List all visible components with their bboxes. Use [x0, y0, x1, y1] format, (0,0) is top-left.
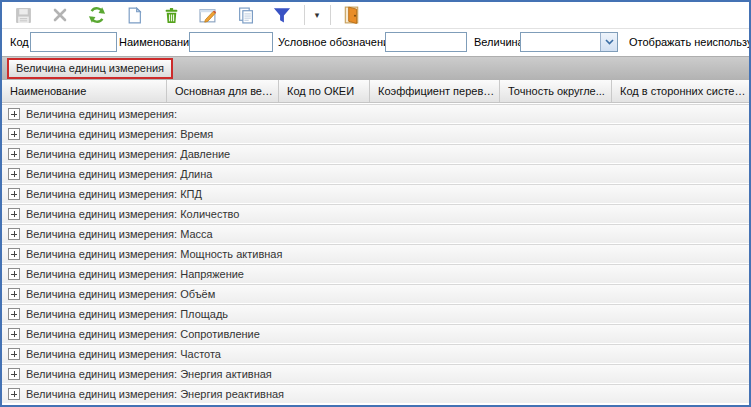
- filter-button[interactable]: [267, 3, 297, 27]
- combobox-dropdown-button[interactable]: [600, 33, 617, 51]
- column-header-0[interactable]: Наименование: [2, 80, 167, 102]
- chevron-down-icon: [605, 39, 614, 45]
- exit-door-icon: [343, 6, 360, 24]
- column-header-3[interactable]: Коэффициент перевод...: [370, 80, 500, 102]
- edit-button[interactable]: [193, 3, 223, 27]
- group-row-label: Величина единиц измерения: Напряжение: [26, 268, 244, 280]
- group-row[interactable]: Величина единиц измерения: Объём: [2, 284, 749, 303]
- show-unused-label: Отображать неиспользуемы: [629, 36, 751, 48]
- code-filter-input[interactable]: [30, 32, 117, 52]
- name-filter-input[interactable]: [189, 32, 273, 52]
- expand-plus-icon[interactable]: [8, 208, 20, 220]
- refresh-button[interactable]: [82, 3, 112, 27]
- tab-bar: Величина единиц измерения: [2, 56, 749, 80]
- group-row[interactable]: Величина единиц измерения: Энергия реакт…: [2, 384, 749, 403]
- expand-plus-icon[interactable]: [8, 168, 20, 180]
- group-row[interactable]: Величина единиц измерения: Время: [2, 124, 749, 143]
- refresh-icon: [88, 6, 106, 24]
- cancel-button[interactable]: [45, 3, 75, 27]
- group-row-label: Величина единиц измерения: Частота: [26, 348, 221, 360]
- filter-icon: [273, 7, 291, 24]
- reference-window: ▾ Код Наименование Условное обозначение …: [0, 0, 751, 407]
- copy-button[interactable]: [230, 3, 260, 27]
- filter-dropdown-arrow[interactable]: ▾: [310, 3, 324, 27]
- column-header-4[interactable]: Точность округле...: [500, 80, 612, 102]
- group-row-label: Величина единиц измерения:: [26, 108, 177, 120]
- group-row[interactable]: Величина единиц измерения: Давление: [2, 144, 749, 163]
- expand-plus-icon[interactable]: [8, 348, 20, 360]
- expand-plus-icon[interactable]: [8, 188, 20, 200]
- group-row-label: Величина единиц измерения: Площадь: [26, 308, 228, 320]
- group-row-label: Величина единиц измерения: Количество: [26, 208, 239, 220]
- grid-header-row: НаименованиеОсновная для величи...Код по…: [2, 80, 749, 103]
- group-row[interactable]: Величина единиц измерения:: [2, 104, 749, 123]
- group-row-label: Величина единиц измерения: Мощность акти…: [26, 248, 282, 260]
- expand-plus-icon[interactable]: [8, 268, 20, 280]
- group-row[interactable]: Величина единиц измерения: КПД: [2, 184, 749, 203]
- expand-plus-icon[interactable]: [8, 288, 20, 300]
- group-row[interactable]: Величина единиц измерения: Мощность акти…: [2, 244, 749, 263]
- group-row[interactable]: Величина единиц измерения: Длина: [2, 164, 749, 183]
- expand-plus-icon[interactable]: [8, 228, 20, 240]
- expand-plus-icon[interactable]: [8, 148, 20, 160]
- group-row[interactable]: Величина единиц измерения: Масса: [2, 224, 749, 243]
- cancel-icon: [52, 7, 68, 23]
- toolbar: ▾: [2, 2, 749, 29]
- exit-button[interactable]: [336, 3, 366, 27]
- expand-plus-icon[interactable]: [8, 308, 20, 320]
- new-record-button[interactable]: [119, 3, 149, 27]
- group-row-label: Величина единиц измерения: Масса: [26, 228, 213, 240]
- group-row-label: Величина единиц измерения: Энергия актив…: [26, 368, 272, 380]
- group-row-label: Величина единиц измерения: Время: [26, 128, 213, 140]
- combobox-value: [521, 33, 600, 51]
- symbol-filter-label: Условное обозначение: [278, 36, 395, 48]
- expand-plus-icon[interactable]: [8, 128, 20, 140]
- group-row-label: Величина единиц измерения: Длина: [26, 168, 212, 180]
- group-row[interactable]: Величина единиц измерения: Напряжение: [2, 264, 749, 283]
- filter-bar: Код Наименование Условное обозначение Ве…: [2, 29, 749, 56]
- group-row-label: Величина единиц измерения: КПД: [26, 188, 202, 200]
- tab-unit-quantities[interactable]: Величина единиц измерения: [7, 58, 173, 79]
- symbol-filter-input[interactable]: [385, 32, 467, 52]
- column-header-1[interactable]: Основная для величи...: [167, 80, 279, 102]
- group-row[interactable]: Величина единиц измерения: Площадь: [2, 304, 749, 323]
- name-filter-label: Наименование: [119, 36, 195, 48]
- delete-trash-icon: [163, 7, 180, 24]
- grid-body: Величина единиц измерения: Величина един…: [2, 103, 749, 405]
- save-button[interactable]: [8, 3, 38, 27]
- toolbar-separator: [304, 5, 305, 25]
- copy-icon: [237, 7, 254, 24]
- group-row[interactable]: Величина единиц измерения: Энергия актив…: [2, 364, 749, 383]
- column-header-2[interactable]: Код по ОКЕИ: [279, 80, 370, 102]
- group-row[interactable]: Величина единиц измерения: Частота: [2, 344, 749, 363]
- save-icon: [15, 7, 32, 24]
- group-row-label: Величина единиц измерения: Давление: [26, 148, 230, 160]
- new-document-icon: [126, 7, 143, 24]
- group-row-label: Величина единиц измерения: Энергия реакт…: [26, 388, 284, 400]
- code-filter-label: Код: [10, 36, 29, 48]
- expand-plus-icon[interactable]: [8, 368, 20, 380]
- toolbar-separator: [330, 5, 331, 25]
- value-filter-combobox[interactable]: [520, 32, 618, 52]
- column-header-5[interactable]: Код в сторонних системах: [612, 80, 749, 102]
- expand-plus-icon[interactable]: [8, 388, 20, 400]
- group-row[interactable]: Величина единиц измерения: Количество: [2, 204, 749, 223]
- group-row-label: Величина единиц измерения: Сопротивление: [26, 328, 260, 340]
- expand-plus-icon[interactable]: [8, 108, 20, 120]
- expand-plus-icon[interactable]: [8, 328, 20, 340]
- expand-plus-icon[interactable]: [8, 248, 20, 260]
- value-filter-label: Величина: [474, 36, 524, 48]
- group-row[interactable]: Величина единиц измерения: Сопротивление: [2, 324, 749, 343]
- edit-icon: [199, 7, 217, 24]
- delete-button[interactable]: [156, 3, 186, 27]
- group-row-label: Величина единиц измерения: Объём: [26, 288, 215, 300]
